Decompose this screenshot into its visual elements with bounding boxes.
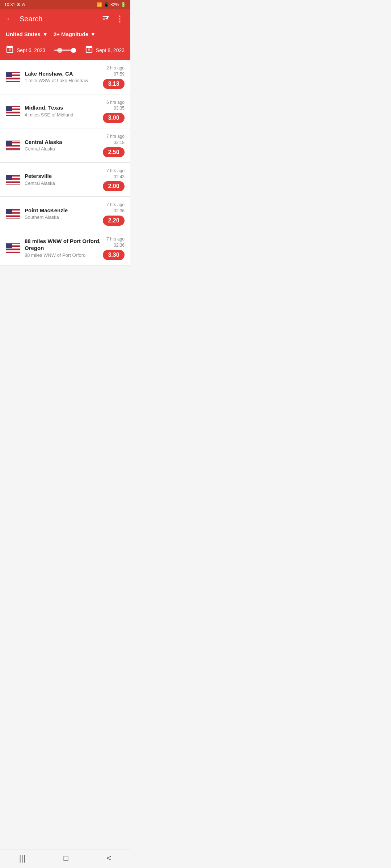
earthquake-info: Midland, Texas 4 miles SSE of Midland xyxy=(25,104,103,118)
end-date-label: Sept 8, 2023 xyxy=(96,47,125,53)
magnitude-badge: 2.50 xyxy=(103,147,125,157)
status-left: 10:31 ✉ ⊖ xyxy=(4,2,25,7)
earthquake-time-magnitude: 7 hrs ago02:36 3.30 xyxy=(103,236,125,260)
earthquake-item[interactable]: Lake Henshaw, CA 1 mile WSW of Lake Hens… xyxy=(0,60,130,94)
minus-circle-icon: ⊖ xyxy=(22,2,25,7)
us-flag xyxy=(6,72,20,82)
earthquake-time-magnitude: 7 hrs ago03:18 2.50 xyxy=(103,133,125,157)
more-options-button[interactable]: ⋮ xyxy=(115,14,125,24)
flag-canton xyxy=(6,72,12,77)
earthquake-item[interactable]: Central Alaska Central Alaska 7 hrs ago0… xyxy=(0,128,130,163)
wifi-icon: 📶 xyxy=(97,2,102,7)
earthquake-location: 4 miles SSE of Midland xyxy=(25,112,103,118)
earthquake-info: Lake Henshaw, CA 1 mile WSW of Lake Hens… xyxy=(25,70,103,84)
earthquake-name: Lake Henshaw, CA xyxy=(25,70,103,77)
flag-canton xyxy=(6,175,12,180)
earthquake-info: Point MacKenzie Southern Alaska xyxy=(25,207,103,221)
earthquake-location: Central Alaska xyxy=(25,146,103,152)
magnitude-badge: 2.00 xyxy=(103,181,125,191)
status-bar: 10:31 ✉ ⊖ 📶 📱 82% 🔋 xyxy=(0,0,130,9)
battery-text: 82% xyxy=(110,2,119,7)
region-chevron-icon: ▼ xyxy=(43,31,48,37)
earthquake-location: Southern Alaska xyxy=(25,214,103,221)
magnitude-badge: 2.20 xyxy=(103,216,125,226)
flag-stripe xyxy=(6,184,20,184)
earthquake-time: 6 hrs ago03:35 xyxy=(106,99,125,112)
us-flag xyxy=(6,209,20,219)
sort-button[interactable] xyxy=(102,14,110,24)
signal-icon: 📱 xyxy=(104,2,109,7)
earthquake-name: Petersville xyxy=(25,173,103,180)
bottom-spacer xyxy=(0,265,130,287)
earthquake-time-magnitude: 7 hrs ago02:43 2.00 xyxy=(103,168,125,192)
earthquake-item[interactable]: 88 miles WNW of Port Orford, Oregon 88 m… xyxy=(0,231,130,265)
earthquake-item[interactable]: Midland, Texas 4 miles SSE of Midland 6 … xyxy=(0,94,130,129)
flag-canton xyxy=(6,106,12,111)
svg-rect-1 xyxy=(88,48,90,51)
calendar-end-icon xyxy=(85,45,93,55)
magnitude-badge: 3.13 xyxy=(103,79,125,89)
earthquake-time: 7 hrs ago03:18 xyxy=(106,133,125,146)
flag-stripe xyxy=(6,115,20,116)
earthquake-time: 7 hrs ago02:36 xyxy=(106,202,125,214)
start-date-label: Sept 6, 2023 xyxy=(17,47,45,53)
earthquake-time: 2 hrs ago07:59 xyxy=(106,65,125,77)
magnitude-label: 2+ Magnitude xyxy=(54,31,88,37)
magnitude-badge: 3.30 xyxy=(103,250,125,260)
flag-stripe xyxy=(6,81,20,82)
earthquake-time: 7 hrs ago02:43 xyxy=(106,168,125,180)
us-flag xyxy=(6,140,20,150)
earthquake-time-magnitude: 6 hrs ago03:35 3.00 xyxy=(103,99,125,123)
app-bar-actions: ⋮ xyxy=(102,14,125,24)
us-flag xyxy=(6,106,20,116)
flag-stripe xyxy=(6,218,20,218)
start-date-picker[interactable]: Sept 6, 2023 xyxy=(6,45,45,55)
page-title: Search xyxy=(20,15,96,23)
slider-thumb-right xyxy=(71,48,76,53)
earthquake-location: 1 mile WSW of Lake Henshaw xyxy=(25,78,103,84)
slider-track xyxy=(54,50,76,51)
magnitude-chevron-icon: ▼ xyxy=(91,31,96,37)
back-button[interactable]: ← xyxy=(6,14,14,24)
earthquake-time-magnitude: 7 hrs ago02:36 2.20 xyxy=(103,202,125,226)
flag-stripe xyxy=(6,149,20,150)
filter-bar: United States ▼ 2+ Magnitude ▼ xyxy=(0,28,130,42)
earthquake-list: Lake Henshaw, CA 1 mile WSW of Lake Hens… xyxy=(0,60,130,265)
flag-canton xyxy=(6,141,12,146)
us-flag xyxy=(6,175,20,185)
flag-canton xyxy=(6,243,12,248)
region-filter[interactable]: United States ▼ xyxy=(6,31,48,37)
earthquake-info: Central Alaska Central Alaska xyxy=(25,139,103,152)
region-label: United States xyxy=(6,31,41,37)
svg-rect-0 xyxy=(9,48,11,51)
earthquake-time: 7 hrs ago02:36 xyxy=(106,236,125,248)
calendar-start-icon xyxy=(6,45,14,55)
date-slider[interactable] xyxy=(48,50,82,51)
status-right: 📶 📱 82% 🔋 xyxy=(97,2,126,7)
earthquake-time-magnitude: 2 hrs ago07:59 3.13 xyxy=(103,65,125,89)
magnitude-badge: 3.00 xyxy=(103,113,125,123)
earthquake-item[interactable]: Petersville Central Alaska 7 hrs ago02:4… xyxy=(0,163,130,197)
earthquake-info: Petersville Central Alaska xyxy=(25,173,103,186)
us-flag xyxy=(6,243,20,253)
earthquake-name: Central Alaska xyxy=(25,139,103,146)
earthquake-location: 88 miles WNW of Port Orford xyxy=(25,252,103,259)
earthquake-location: Central Alaska xyxy=(25,180,103,187)
magnitude-filter[interactable]: 2+ Magnitude ▼ xyxy=(54,31,96,37)
earthquake-name: Midland, Texas xyxy=(25,104,103,111)
earthquake-item[interactable]: Point MacKenzie Southern Alaska 7 hrs ag… xyxy=(0,197,130,231)
earthquake-name: 88 miles WNW of Port Orford, Oregon xyxy=(25,238,103,252)
date-range-bar: Sept 6, 2023 Sept 8, 2023 xyxy=(0,42,130,60)
app-bar: ← Search ⋮ xyxy=(0,9,130,28)
slider-thumb-left xyxy=(57,48,62,53)
earthquake-name: Point MacKenzie xyxy=(25,207,103,214)
flag-stripe xyxy=(6,252,20,253)
status-time: 10:31 xyxy=(4,2,15,7)
end-date-picker[interactable]: Sept 8, 2023 xyxy=(85,45,125,55)
earthquake-info: 88 miles WNW of Port Orford, Oregon 88 m… xyxy=(25,238,103,259)
battery-icon: 🔋 xyxy=(121,2,126,7)
flag-canton xyxy=(6,209,12,214)
mail-icon: ✉ xyxy=(17,2,20,7)
